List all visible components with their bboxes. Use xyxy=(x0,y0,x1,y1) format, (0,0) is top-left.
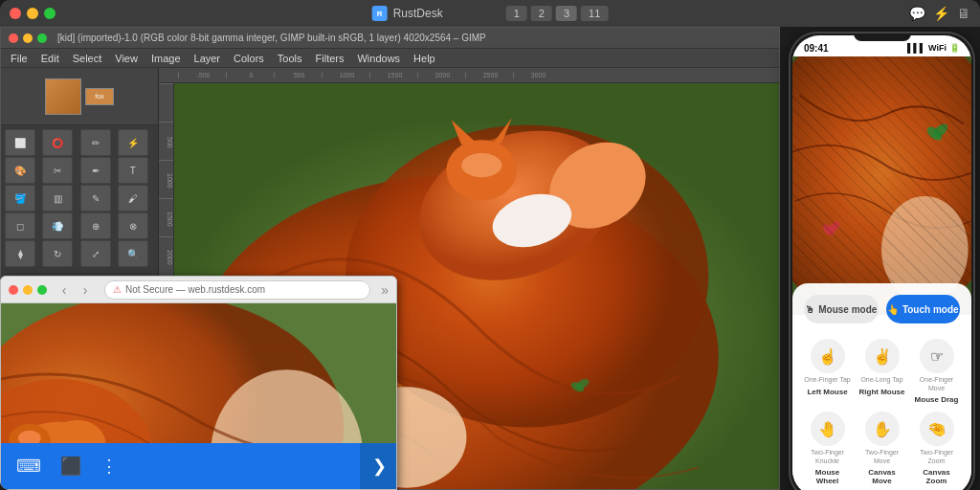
browser-close[interactable] xyxy=(9,285,18,295)
gesture-icon-3: ☞ xyxy=(920,339,954,373)
menu-select[interactable]: Select xyxy=(67,53,108,64)
browser-minimize[interactable] xyxy=(23,285,33,295)
minimize-button[interactable] xyxy=(27,8,38,19)
tool-scissors[interactable]: ✂ xyxy=(42,157,73,184)
tool-ellipse[interactable]: ⭕ xyxy=(42,129,73,156)
gesture-desc-3: One-Finger Move xyxy=(913,376,960,392)
chat-icon[interactable]: 💬 xyxy=(909,6,925,21)
rustdesk-window: R RustDesk 1 2 3 11 💬 ⚡ 🖥 [kid] (importe… xyxy=(0,0,980,490)
ruler-mark-3000: 3000 xyxy=(513,72,561,78)
touch-mode-icon: 👆 xyxy=(887,304,899,315)
chevron-button[interactable]: ❯ xyxy=(360,443,397,489)
browser-more-button[interactable]: » xyxy=(381,282,389,298)
tool-free-select[interactable]: ✏ xyxy=(80,129,111,156)
bolt-icon[interactable]: ⚡ xyxy=(933,6,949,21)
address-text: Not Secure — web.rustdesk.com xyxy=(125,284,265,295)
menu-image[interactable]: Image xyxy=(145,53,187,64)
tab-1[interactable]: 1 xyxy=(506,6,527,21)
tool-paintbrush[interactable]: 🖌 xyxy=(118,185,148,212)
tool-clone[interactable]: ⊕ xyxy=(80,212,111,239)
menu-edit[interactable]: Edit xyxy=(35,53,65,64)
svg-point-8 xyxy=(461,153,501,177)
touch-mode-button[interactable]: 👆 Touch mode xyxy=(886,295,961,323)
gesture-right-mouse: ✌ One-Long Tap Right Mouse xyxy=(858,339,905,404)
tool-blend[interactable]: ▥ xyxy=(42,185,73,212)
gesture-grid: ☝ One-Finger Tap Left Mouse ✌ One-Long T… xyxy=(804,339,960,485)
browser-maximize[interactable] xyxy=(37,285,47,295)
battery-icon: 🔋 xyxy=(949,43,960,53)
menu-windows[interactable]: Windows xyxy=(351,53,406,64)
menu-help[interactable]: Help xyxy=(408,53,441,64)
tab-bar: 1 2 3 11 xyxy=(506,6,609,21)
gesture-icon-6: 🤏 xyxy=(920,412,954,446)
menu-filters[interactable]: Filters xyxy=(310,53,350,64)
monitor-icon[interactable]: 🖥 xyxy=(957,6,970,21)
gimp-maximize[interactable] xyxy=(37,33,47,43)
tab-2[interactable]: 2 xyxy=(531,6,552,21)
back-button[interactable]: ‹ xyxy=(56,281,73,299)
ruler-mark-0: 0 xyxy=(226,72,274,78)
rustdesk-logo: R xyxy=(372,6,388,21)
gesture-desc-2: One-Long Tap xyxy=(860,376,902,384)
maximize-button[interactable] xyxy=(44,8,56,19)
gesture-icon-4: 🤚 xyxy=(811,412,845,446)
gesture-name-2: Right Mouse xyxy=(859,388,905,396)
gesture-mouse-drag: ☞ One-Finger Move Mouse Drag xyxy=(913,339,960,404)
tool-color-select[interactable]: 🎨 xyxy=(5,157,35,184)
menu-layer[interactable]: Layer xyxy=(189,53,227,64)
gimp-minimize[interactable] xyxy=(23,33,33,43)
touch-mode-label: Touch mode xyxy=(902,304,959,315)
horizontal-ruler: -500 0 500 1000 1500 2000 2500 3000 xyxy=(159,68,779,83)
close-button[interactable] xyxy=(10,8,21,19)
mouse-mode-button[interactable]: 🖱 Mouse mode xyxy=(804,295,879,323)
gesture-name-6: Canvas Zoom xyxy=(913,468,960,485)
tool-fuzzy[interactable]: ⚡ xyxy=(118,129,148,156)
tool-paths[interactable]: ✒ xyxy=(80,157,111,184)
tab-11[interactable]: 11 xyxy=(581,6,608,21)
keyboard-icon[interactable]: ⌨ xyxy=(16,456,41,477)
tool-eraser[interactable]: ◻ xyxy=(5,212,35,239)
gimp-menubar: File Edit Select View Image Layer Colors… xyxy=(1,49,779,68)
phone-artwork xyxy=(792,56,971,315)
menu-tools[interactable]: Tools xyxy=(272,53,308,64)
more-icon[interactable]: ⋮ xyxy=(100,456,118,477)
tool-text[interactable]: T xyxy=(118,157,148,184)
gesture-icon-5: ✋ xyxy=(865,412,900,446)
tool-perspective[interactable]: ⧫ xyxy=(5,240,35,267)
vruler-0 xyxy=(159,83,173,122)
tool-pencil[interactable]: ✎ xyxy=(80,185,111,212)
tab-3[interactable]: 3 xyxy=(556,6,577,21)
rustdesk-content: [kid] (imported)-1.0 (RGB color 8-bit ga… xyxy=(0,27,980,490)
browser-titlebar: ‹ › ⚠ Not Secure — web.rustdesk.com » xyxy=(1,277,396,303)
mouse-mode-icon: 🖱 xyxy=(805,304,814,315)
phone-control-panel: 🖱 Mouse mode 👆 Touch mode ☝ One-Finger T xyxy=(792,283,971,490)
gimp-title-text: [kid] (imported)-1.0 (RGB color 8-bit ga… xyxy=(57,33,486,43)
tool-bucket[interactable]: 🪣 xyxy=(5,185,35,212)
menu-file[interactable]: File xyxy=(5,53,33,64)
tool-scale[interactable]: ⤢ xyxy=(80,240,111,267)
gimp-close[interactable] xyxy=(9,33,18,43)
tools-grid: ⬜ ⭕ ✏ ⚡ 🎨 ✂ ✒ T 🪣 ▥ ✎ 🖌 ◻ 💨 xyxy=(1,125,158,271)
forward-button[interactable]: › xyxy=(77,281,94,299)
tool-zoom[interactable]: 🔍 xyxy=(118,240,148,267)
screen-icon[interactable]: ⬛ xyxy=(60,456,81,477)
gesture-desc-6: Two-Finger Zoom xyxy=(913,449,960,465)
preview-thumbnail xyxy=(45,78,81,115)
menu-view[interactable]: View xyxy=(109,53,144,64)
rustdesk-title-label: RustDesk xyxy=(393,7,443,20)
ruler-mark-1500: 1500 xyxy=(369,72,417,78)
vruler-1000: 1000 xyxy=(159,160,173,198)
gesture-name-1: Left Mouse xyxy=(807,388,847,396)
gesture-left-mouse: ☝ One-Finger Tap Left Mouse xyxy=(804,339,851,404)
gesture-desc-4: Two-Finger Knuckle xyxy=(804,449,851,465)
tool-heal[interactable]: ⊗ xyxy=(118,212,148,239)
mode-buttons: 🖱 Mouse mode 👆 Touch mode xyxy=(804,295,960,323)
tool-airbrush[interactable]: 💨 xyxy=(42,212,73,239)
rustdesk-icons-right: 💬 ⚡ 🖥 xyxy=(909,6,970,21)
tool-rotate[interactable]: ↻ xyxy=(42,240,73,267)
tool-rectangle[interactable]: ⬜ xyxy=(5,129,35,156)
phone-artwork-lines xyxy=(792,56,971,315)
address-bar[interactable]: ⚠ Not Secure — web.rustdesk.com xyxy=(104,280,370,300)
menu-colors[interactable]: Colors xyxy=(228,53,270,64)
gesture-desc-5: Two-Finger Move xyxy=(858,449,905,465)
